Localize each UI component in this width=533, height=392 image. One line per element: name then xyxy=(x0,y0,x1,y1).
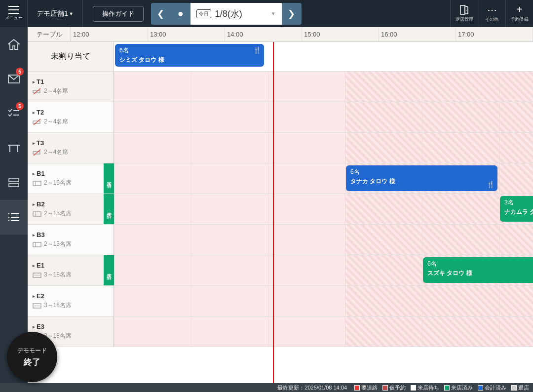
time-header: テーブル 12:00 13:00 14:00 15:00 16:00 17:00 xyxy=(28,27,533,42)
store-name: デモ店舗1 xyxy=(37,9,68,18)
status-flag: 来店済 xyxy=(104,255,114,285)
app-header: メニュー デモ店舗1▼ 操作ガイド ❮ ● 今日 1/8(水) ▼ ❯ 退店管理… xyxy=(0,0,533,27)
table-label[interactable]: ▸E1 3～18名席 xyxy=(28,255,114,285)
menu-button[interactable]: メニュー xyxy=(0,0,28,27)
svg-point-1 xyxy=(466,10,467,11)
demo-mode-exit-button[interactable]: デモモード 終了 xyxy=(7,332,57,382)
today-dot-button[interactable]: ● xyxy=(171,3,190,25)
door-icon xyxy=(459,5,470,15)
table-name: ▸T3 xyxy=(33,139,109,147)
svg-rect-4 xyxy=(9,184,19,187)
menu-label: メニュー xyxy=(5,15,23,21)
demo-line1: デモモード xyxy=(17,347,47,355)
table-row: ▸E3 3～18名席 xyxy=(28,316,533,347)
checklist-icon xyxy=(8,109,20,118)
arrow-right-icon: ▸ xyxy=(33,141,35,146)
table-capacity: 3～18名席 xyxy=(33,301,109,310)
table-row: ▸B3 2～15名席 xyxy=(28,225,533,255)
arrow-right-icon: ▸ xyxy=(33,294,35,299)
row-track[interactable] xyxy=(114,72,533,102)
legend-swatch xyxy=(478,385,483,391)
reservation-card[interactable]: 6名スズキ タロウ 様🍴 xyxy=(423,257,533,283)
legend: 要連絡 仮予約 来店待ち 来店済み 会計済み 退店 xyxy=(354,384,529,392)
legend-item: 会計済み xyxy=(478,384,506,392)
leave-management-button[interactable]: 退店管理 xyxy=(450,0,478,27)
status-flag: 来店済 xyxy=(104,163,114,194)
row-track[interactable] xyxy=(114,286,533,316)
table-label[interactable]: ▸B2 2～15名席 xyxy=(28,194,114,224)
meal-icon: 🍴 xyxy=(253,46,261,54)
time-cell: 14:00 xyxy=(225,27,302,41)
time-cell: 12:00 xyxy=(71,27,148,41)
table-capacity: 2～4名席 xyxy=(33,118,109,126)
layout-icon xyxy=(8,178,19,187)
table-label[interactable]: ▸B1 2～15名席 xyxy=(28,163,114,194)
row-track[interactable] xyxy=(114,133,533,163)
sidebar-messages[interactable]: 5 xyxy=(0,62,28,96)
svg-point-18 xyxy=(35,274,36,275)
status-flag: 来店済 xyxy=(104,194,114,224)
row-track[interactable]: 来店済 6名スズキ タロウ 様🍴 xyxy=(114,255,533,285)
svg-line-8 xyxy=(34,119,40,125)
table-capacity: 2～4名席 xyxy=(33,148,109,157)
row-track[interactable] xyxy=(114,102,533,132)
time-cell: 15:00 xyxy=(302,27,379,41)
reservation-card[interactable]: 3名ナカムラ タ xyxy=(500,196,533,222)
row-track[interactable] xyxy=(114,225,533,255)
other-button[interactable]: ⋯ その他 xyxy=(478,0,505,27)
table-name: ▸T1 xyxy=(33,78,109,85)
row-track[interactable] xyxy=(114,316,533,347)
date-text: 1/8(水) xyxy=(215,8,271,20)
table-row: ▸B1 2～15名席 来店済 6名タナカ タロウ 様🍴 xyxy=(28,163,533,194)
table-row: ▸E1 3～18名席 来店済 6名スズキ タロウ 様🍴 xyxy=(28,255,533,286)
table-label[interactable]: ▸B3 2～15名席 xyxy=(28,225,114,255)
svg-point-20 xyxy=(38,274,39,275)
table-label[interactable]: ▸T2 2～4名席 xyxy=(28,102,114,132)
guide-button[interactable]: 操作ガイド xyxy=(93,6,144,22)
store-selector[interactable]: デモ店舗1▼ xyxy=(28,0,83,27)
add-reservation-button[interactable]: + 予約登録 xyxy=(505,0,533,27)
meal-icon: 🍴 xyxy=(487,181,495,188)
svg-rect-11 xyxy=(33,181,41,186)
date-picker[interactable]: 今日 1/8(水) ▼ xyxy=(190,3,282,25)
table-capacity: 2～4名席 xyxy=(33,87,109,95)
closed-shade xyxy=(345,133,533,163)
table-label[interactable]: ▸T3 2～4名席 xyxy=(28,133,114,163)
row-track[interactable]: 来店済 3名ナカムラ タ xyxy=(114,194,533,224)
chevron-down-icon: ▼ xyxy=(271,11,276,16)
legend-item: 要連絡 xyxy=(354,384,378,392)
table-capacity: 3～18名席 xyxy=(33,271,109,279)
resv-name: シミズ タロウ 様 xyxy=(119,56,260,64)
prev-day-button[interactable]: ❮ xyxy=(151,3,171,25)
demo-line2: 終了 xyxy=(24,356,40,368)
sidebar-list[interactable] xyxy=(0,200,28,235)
past-shade xyxy=(114,72,345,102)
reservation-card[interactable]: 6名タナカ タロウ 様🍴 xyxy=(346,165,497,191)
table-capacity: 2～15名席 xyxy=(33,240,109,248)
sidebar-home[interactable] xyxy=(0,27,28,62)
past-shade xyxy=(114,194,345,224)
table-row: ▸T1 2～4名席 xyxy=(28,72,533,102)
table-icon xyxy=(7,143,20,153)
table-label[interactable]: ▸E2 3～18名席 xyxy=(28,286,114,316)
row-track[interactable]: 来店済 6名タナカ タロウ 様🍴 xyxy=(114,163,533,194)
tasks-badge: 5 xyxy=(16,102,24,110)
table-row: ▸T2 2～4名席 xyxy=(28,102,533,133)
table-name: ▸E1 xyxy=(33,262,109,269)
svg-point-22 xyxy=(35,305,36,306)
row-unassigned: 未割り当て 6名 シミズ タロウ 様 🍴 xyxy=(28,42,533,72)
arrow-right-icon: ▸ xyxy=(33,171,35,176)
legend-item: 来店済み xyxy=(444,384,473,392)
sidebar-tables[interactable] xyxy=(0,131,28,165)
next-day-button[interactable]: ❯ xyxy=(282,3,302,25)
sidebar-layout[interactable] xyxy=(0,165,28,200)
arrow-right-icon: ▸ xyxy=(33,202,35,207)
reservation-card[interactable]: 6名 シミズ タロウ 様 🍴 xyxy=(115,44,264,67)
sidebar-tasks[interactable]: 5 xyxy=(0,96,28,131)
closed-shade xyxy=(345,102,533,132)
row-track[interactable]: 6名 シミズ タロウ 様 🍴 xyxy=(114,42,533,71)
legend-item: 来店待ち xyxy=(411,384,439,392)
table-label[interactable]: ▸T1 2～4名席 xyxy=(28,72,114,102)
svg-rect-0 xyxy=(460,5,465,14)
today-chip: 今日 xyxy=(196,9,211,18)
